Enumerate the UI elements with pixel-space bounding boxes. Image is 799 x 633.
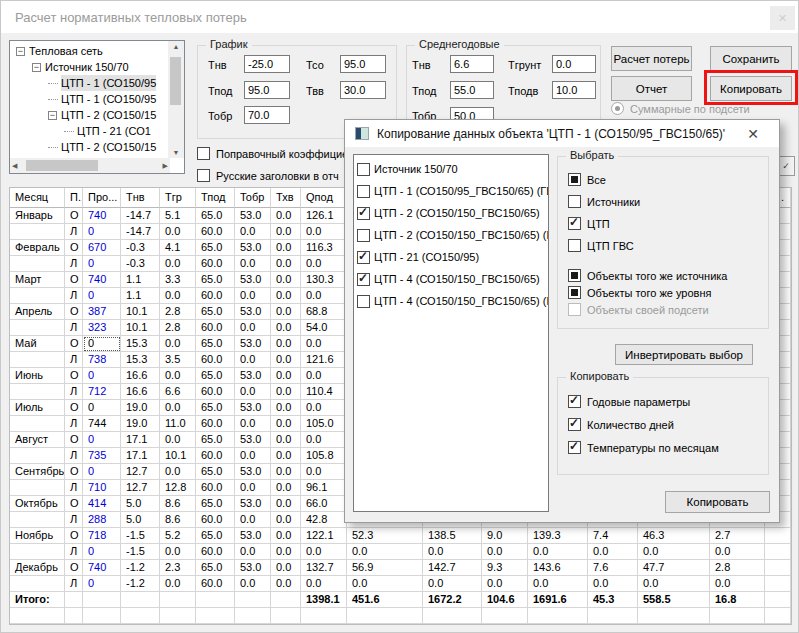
grid-cell[interactable]	[235, 592, 271, 608]
grid-cell[interactable]: Л	[65, 480, 83, 496]
grid-cell[interactable]: 740	[83, 560, 121, 576]
grid-cell[interactable]: 0.0	[638, 576, 710, 592]
tree-item[interactable]: ЦТП - 1 (СО150/95	[10, 75, 168, 91]
grid-cell[interactable]: 0.0	[271, 336, 301, 352]
grid-cell[interactable]: 65.0	[196, 560, 235, 576]
grid-cell[interactable]: 17.1	[121, 432, 160, 448]
grid-cell[interactable]: -1.5	[121, 528, 160, 544]
option-checkbox-row[interactable]: Объекты того же источника	[568, 269, 728, 282]
grid-cell[interactable]	[765, 608, 791, 624]
checkbox-icon[interactable]	[568, 269, 581, 282]
checkbox-icon[interactable]	[197, 147, 210, 160]
grid-cell[interactable]: О	[65, 208, 83, 224]
russian-headers-checkbox[interactable]: Русские заголовки в отч	[197, 169, 339, 182]
grid-cell[interactable]: 42.8	[301, 512, 347, 528]
grid-cell[interactable]	[765, 528, 791, 544]
grid-cell[interactable]: 0.0	[528, 576, 588, 592]
grid-cell[interactable]: 0.0	[271, 352, 301, 368]
grid-cell[interactable]: 0.0	[301, 432, 347, 448]
grid-cell[interactable]: 138.5	[423, 528, 482, 544]
correction-coef-checkbox[interactable]: Поправочный коэффицие	[197, 147, 348, 160]
grid-cell[interactable]: -1.5	[121, 544, 160, 560]
grid-cell[interactable]: 8.6	[160, 512, 196, 528]
grid-cell[interactable]: 0.0	[271, 448, 301, 464]
grid-cell[interactable]: 0.0	[301, 288, 347, 304]
tobr-input[interactable]	[244, 106, 290, 124]
grid-cell[interactable]: 60.0	[196, 320, 235, 336]
grid-cell[interactable]: 0.0	[271, 320, 301, 336]
grid-cell[interactable]: 0	[83, 336, 121, 352]
grid-cell[interactable]: 65.0	[196, 272, 235, 288]
grid-cell[interactable]: 1.1	[121, 272, 160, 288]
grid-cell[interactable]: О	[65, 464, 83, 480]
tpodv-input[interactable]	[552, 81, 596, 99]
grid-cell[interactable]: 0.0	[271, 576, 301, 592]
scroll-right-icon[interactable]: ▶	[163, 162, 168, 170]
grid-cell[interactable]: 0	[83, 432, 121, 448]
grid-header-cell[interactable]: Тгр	[160, 188, 196, 208]
grid-cell[interactable]: 116.3	[301, 240, 347, 256]
option-checkbox-row[interactable]: Объекты того же уровня	[568, 286, 711, 299]
grid-cell[interactable]: 8.6	[160, 496, 196, 512]
grid-cell[interactable]: 0.0	[271, 480, 301, 496]
checkbox-icon[interactable]	[357, 163, 370, 176]
checkbox-icon[interactable]: ✓	[568, 441, 581, 454]
dialog-close-icon[interactable]: ✕	[743, 125, 763, 143]
grid-cell[interactable]: 0.0	[235, 384, 271, 400]
grid-cell[interactable]: О	[65, 496, 83, 512]
grid-cell[interactable]: 451.6	[347, 592, 423, 608]
grid-cell[interactable]: 0.0	[271, 512, 301, 528]
grid-cell[interactable]: -1.2	[121, 560, 160, 576]
grid-header-cell[interactable]: Тхв	[271, 188, 301, 208]
grid-cell[interactable]: 9.0	[482, 528, 528, 544]
grid-cell[interactable]: 53.0	[235, 208, 271, 224]
tnv-avg-input[interactable]	[450, 55, 494, 73]
grid-cell[interactable]: 0.0	[271, 544, 301, 560]
tree-expander-icon[interactable]: −	[16, 47, 25, 56]
grid-cell[interactable]: 4.1	[160, 240, 196, 256]
grid-cell[interactable]: 0.0	[235, 256, 271, 272]
grid-cell[interactable]	[196, 592, 235, 608]
radio-icon[interactable]	[611, 102, 624, 115]
grid-cell[interactable]: 0.0	[301, 544, 347, 560]
grid-cell[interactable]: 0	[83, 224, 121, 240]
grid-cell[interactable]: 0.0	[160, 400, 196, 416]
grid-cell[interactable]	[160, 608, 196, 624]
tree-item[interactable]: ЦТП - 2 (СО150/15	[10, 139, 168, 155]
grid-cell[interactable]: 65.0	[196, 304, 235, 320]
grid-cell[interactable]: 17.1	[121, 448, 160, 464]
grid-cell[interactable]: 1672.2	[423, 592, 482, 608]
grid-cell[interactable]: 712	[83, 384, 121, 400]
checkbox-icon[interactable]: ✓	[357, 207, 370, 220]
object-list-item[interactable]: ЦТП - 2 (СО150/150_ГВС150/65) (ГВ	[354, 224, 548, 246]
grid-cell[interactable]: -14.7	[121, 224, 160, 240]
grid-cell[interactable]: 53.0	[235, 432, 271, 448]
grid-cell[interactable]: 0.0	[271, 400, 301, 416]
grid-cell[interactable]: -0.3	[121, 240, 160, 256]
grid-cell[interactable]: 60.0	[196, 448, 235, 464]
grid-cell[interactable]	[482, 608, 528, 624]
grid-cell[interactable]: 0.0	[423, 544, 482, 560]
grid-cell[interactable]: 3.5	[160, 352, 196, 368]
grid-cell[interactable]: 740	[83, 208, 121, 224]
grid-cell[interactable]: 0	[83, 576, 121, 592]
object-list-item[interactable]: ЦТП - 1 (СО150/95_ГВС150/65) (ГВ	[354, 180, 548, 202]
tree-expander-icon[interactable]: −	[32, 63, 41, 72]
tree-item[interactable]: −Источник 150/70	[10, 59, 168, 75]
grid-cell[interactable]: 740	[83, 272, 121, 288]
grid-cell[interactable]: 2.7	[710, 528, 765, 544]
grid-cell[interactable]	[160, 592, 196, 608]
grid-cell[interactable]: 744	[83, 416, 121, 432]
grid-cell[interactable]: 53.0	[235, 240, 271, 256]
grid-cell[interactable]: 16.6	[121, 384, 160, 400]
grid-cell[interactable]: 2.8	[160, 304, 196, 320]
grid-cell[interactable]: 0.0	[160, 224, 196, 240]
tnv-input[interactable]	[244, 55, 290, 73]
grid-cell[interactable]: 60.0	[196, 480, 235, 496]
scroll-up-icon[interactable]: ▲	[168, 43, 184, 50]
grid-cell[interactable]: 670	[83, 240, 121, 256]
option-checkbox-row[interactable]: ✓Количество дней	[568, 418, 674, 431]
grid-cell[interactable]: 0.0	[235, 224, 271, 240]
grid-cell[interactable]: 53.0	[235, 368, 271, 384]
object-list-item[interactable]: Источник 150/70	[354, 158, 548, 180]
